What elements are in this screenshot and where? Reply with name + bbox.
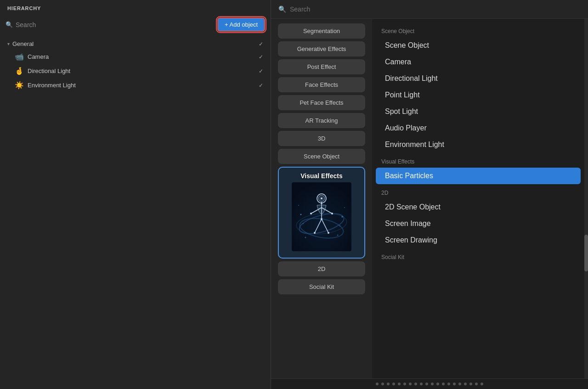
- dot-4: [392, 383, 395, 385]
- dot-18: [469, 383, 472, 385]
- directional-light-label: Directional Light: [28, 68, 70, 74]
- scrollbar-track[interactable]: [584, 19, 588, 378]
- dot-3: [387, 383, 390, 385]
- add-object-label: + Add object: [225, 21, 258, 28]
- cat-generative-effects[interactable]: Generative Effects: [278, 41, 365, 56]
- dot-5: [398, 383, 401, 385]
- cat-segmentation[interactable]: Segmentation: [278, 23, 365, 39]
- svg-point-15: [331, 213, 333, 214]
- dot-14: [447, 383, 450, 385]
- cat-post-effect[interactable]: Post Effect: [278, 59, 365, 74]
- camera-item[interactable]: 📹 Camera ✓: [6, 50, 265, 64]
- dot-9: [420, 383, 423, 385]
- cat-ar-tracking[interactable]: AR Tracking: [278, 113, 365, 128]
- item-scene-object[interactable]: Scene Object: [376, 37, 581, 54]
- hierarchy-title: HIERARCHY: [0, 0, 271, 15]
- dot-10: [425, 383, 428, 385]
- cat-3d[interactable]: 3D: [278, 131, 365, 146]
- panel-search-icon: 🔍: [278, 6, 286, 13]
- items-column: Scene Object Scene Object Camera Directi…: [372, 19, 584, 378]
- dot-7: [409, 383, 412, 385]
- camera-icon: 📹: [15, 52, 24, 61]
- section-label-visual-effects: Visual Effects: [372, 153, 584, 168]
- cat-scene-object[interactable]: Scene Object: [278, 149, 365, 164]
- visual-effects-label: Visual Effects: [300, 172, 343, 180]
- svg-point-18: [300, 214, 302, 215]
- search-icon: 🔍: [6, 21, 13, 28]
- svg-point-22: [305, 237, 306, 238]
- svg-point-11: [321, 197, 322, 199]
- dot-6: [403, 383, 406, 385]
- directional-light-icon: 🤞: [15, 67, 24, 75]
- hierarchy-search-label: Search: [16, 21, 36, 28]
- environment-light-icon: ☀️: [15, 81, 24, 90]
- environment-light-item[interactable]: ☀️ Environment Light ✓: [6, 78, 265, 92]
- general-checkmark: ✓: [259, 41, 263, 47]
- svg-point-21: [339, 226, 340, 226]
- section-label-social-kit: Social Kit: [372, 248, 584, 263]
- cat-visual-effects[interactable]: Visual Effects: [278, 167, 365, 259]
- panel-search-input[interactable]: [290, 6, 581, 13]
- item-2d-scene-object[interactable]: 2D Scene Object: [376, 199, 581, 215]
- general-group-header[interactable]: ▾ General ✓: [6, 38, 265, 50]
- dot-15: [453, 383, 456, 385]
- dot-19: [475, 383, 478, 385]
- dot-2: [381, 383, 384, 385]
- panel-search-bar: 🔍: [271, 0, 588, 19]
- item-audio-player[interactable]: Audio Player: [376, 120, 581, 136]
- cat-social-kit[interactable]: Social Kit: [278, 279, 365, 294]
- chevron-down-icon: ▾: [7, 41, 10, 46]
- section-label-scene-object: Scene Object: [372, 23, 584, 37]
- item-spot-light[interactable]: Spot Light: [376, 103, 581, 120]
- hierarchy-tree: ▾ General ✓ 📹 Camera ✓ 🤞 Directional Lig…: [0, 36, 271, 94]
- dot-20: [481, 383, 483, 385]
- svg-point-17: [328, 232, 329, 234]
- hierarchy-search[interactable]: 🔍 Search: [6, 21, 214, 28]
- environment-light-checkmark: ✓: [259, 82, 263, 89]
- camera-checkmark: ✓: [259, 54, 263, 60]
- item-screen-drawing[interactable]: Screen Drawing: [376, 232, 581, 248]
- dot-8: [414, 383, 417, 385]
- hierarchy-toolbar: 🔍 Search + Add object: [0, 15, 271, 36]
- svg-point-23: [337, 235, 339, 236]
- panel-body: Segmentation Generative Effects Post Eff…: [271, 19, 588, 378]
- dot-12: [436, 383, 439, 385]
- dot-16: [458, 383, 461, 385]
- svg-point-16: [314, 232, 316, 234]
- general-group: ▾ General ✓ 📹 Camera ✓ 🤞 Directional Lig…: [0, 38, 271, 92]
- dot-13: [442, 383, 445, 385]
- camera-label: Camera: [28, 53, 49, 60]
- cat-pet-face-effects[interactable]: Pet Face Effects: [278, 95, 365, 110]
- add-object-button[interactable]: + Add object: [217, 17, 265, 32]
- item-camera[interactable]: Camera: [376, 54, 581, 70]
- item-basic-particles[interactable]: Basic Particles: [376, 168, 581, 184]
- general-group-label: General: [12, 40, 34, 47]
- dot-17: [464, 383, 467, 385]
- svg-point-12: [321, 202, 322, 204]
- svg-point-13: [321, 218, 322, 220]
- scrollbar-thumb[interactable]: [584, 235, 588, 271]
- item-screen-image[interactable]: Screen Image: [376, 215, 581, 232]
- hierarchy-panel: HIERARCHY 🔍 Search + Add object ▾ Genera…: [0, 0, 271, 389]
- svg-point-20: [342, 216, 343, 218]
- environment-light-label: Environment Light: [28, 82, 76, 89]
- dot-1: [376, 383, 379, 385]
- svg-point-24: [298, 205, 299, 206]
- item-directional-light[interactable]: Directional Light: [376, 70, 581, 87]
- directional-light-checkmark: ✓: [259, 68, 263, 74]
- item-point-light[interactable]: Point Light: [376, 87, 581, 103]
- visual-effects-figure: [292, 182, 351, 253]
- cat-face-effects[interactable]: Face Effects: [278, 77, 365, 92]
- dot-11: [431, 383, 434, 385]
- cat-2d[interactable]: 2D: [278, 261, 365, 276]
- dot-row: [271, 378, 588, 389]
- add-object-panel: 🔍 Segmentation Generative Effects Post E…: [271, 0, 588, 389]
- item-environment-light[interactable]: Environment Light: [376, 136, 581, 153]
- svg-point-25: [344, 207, 345, 208]
- directional-light-item[interactable]: 🤞 Directional Light ✓: [6, 64, 265, 78]
- svg-point-14: [310, 213, 312, 214]
- category-column: Segmentation Generative Effects Post Eff…: [271, 19, 372, 378]
- section-label-2d: 2D: [372, 184, 584, 199]
- svg-point-19: [303, 223, 304, 224]
